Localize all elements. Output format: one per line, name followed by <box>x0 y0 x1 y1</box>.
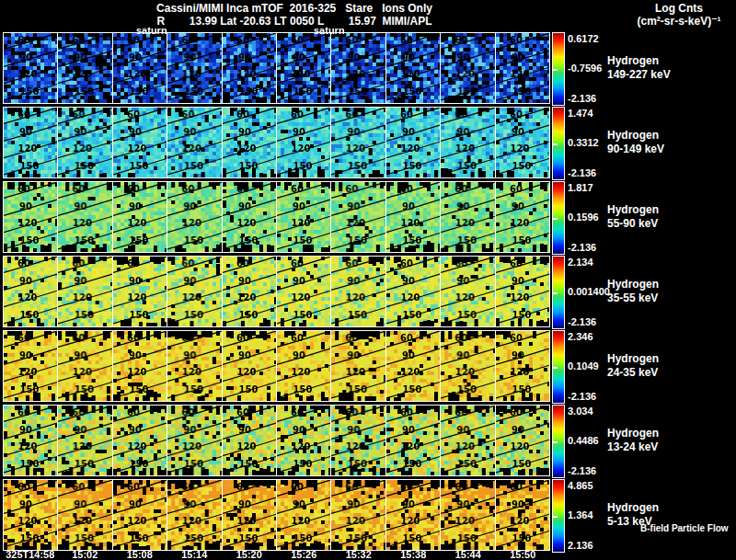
energy-row <box>3 479 550 551</box>
panel-strip <box>3 256 550 327</box>
heatmap-panel <box>58 406 112 475</box>
heatmap-panel <box>4 257 58 326</box>
heatmap-canvas <box>58 108 111 177</box>
heatmap-canvas <box>113 257 167 326</box>
energy-range: 90-149 keV <box>607 143 664 156</box>
heatmap-panel <box>4 33 58 103</box>
heatmap-panel <box>223 257 277 326</box>
heatmap-panel <box>331 406 385 475</box>
heatmap-canvas <box>496 33 549 103</box>
heatmap-panel <box>58 331 112 401</box>
colorbar-min-value: -2.136 <box>568 391 596 402</box>
heatmap-canvas <box>58 257 111 326</box>
heatmap-panel <box>496 406 549 475</box>
heatmap-panel <box>441 33 495 103</box>
heatmap-panel <box>277 331 331 401</box>
colorbar-max-value: 0.6172 <box>568 33 599 44</box>
heatmap-panel <box>386 331 441 401</box>
heatmap-canvas <box>277 480 330 550</box>
colorbar-min-value: -2.136 <box>568 465 596 476</box>
heatmap-canvas <box>277 33 330 103</box>
heatmap-canvas <box>167 406 221 475</box>
bfield-particle-flow-note: B-field Particle Flow <box>640 523 729 533</box>
channel-label: Hydrogen24-35 keV <box>607 352 659 380</box>
colorbar-mid-tick <box>553 516 558 518</box>
heatmap-panel <box>58 108 112 177</box>
heatmap-canvas <box>441 33 494 103</box>
heatmap-panel <box>58 480 112 550</box>
heatmap-panel <box>167 33 222 103</box>
colorbar-max-value: 1.474 <box>568 108 593 119</box>
colorbar-min-value: -2.136 <box>568 242 596 253</box>
colorbar-mid-tick <box>553 218 558 220</box>
heatmap-panel <box>386 182 441 252</box>
heatmap-canvas <box>496 480 549 550</box>
colorbar-title: Log Cnts <box>624 2 734 15</box>
heatmap-panel <box>441 182 495 252</box>
energy-range: 24-35 keV <box>607 366 659 380</box>
heatmap-canvas <box>223 108 276 177</box>
heatmap-canvas <box>441 331 494 401</box>
time-tick-label: 15:14 <box>181 549 207 560</box>
colorbar-mid-value: 0.001400 <box>568 286 610 297</box>
heatmap-panel <box>441 406 495 475</box>
heatmap-canvas <box>4 257 57 326</box>
heatmap-canvas <box>496 182 549 252</box>
heatmap-panel <box>167 480 222 550</box>
colorbar-mid-tick <box>553 292 558 294</box>
heatmap-canvas <box>386 257 440 326</box>
heatmap-panel <box>441 331 495 401</box>
energy-range: 35-55 keV <box>607 291 659 305</box>
heatmap-panel <box>58 182 112 252</box>
heatmap-canvas <box>331 406 385 475</box>
colorbar-mid-tick <box>553 367 558 369</box>
heatmap-canvas <box>4 108 57 177</box>
channel-label: Hydrogen35-55 keV <box>607 278 659 305</box>
time-tick-label: 325T14:58 <box>6 549 54 560</box>
colorbar <box>552 405 565 478</box>
heatmap-panel <box>277 480 331 550</box>
heatmap-panel <box>277 406 331 475</box>
heatmap-canvas <box>113 108 167 177</box>
colorbar-min-value: -2.136 <box>568 316 596 327</box>
heatmap-canvas <box>167 480 221 550</box>
heatmap-canvas <box>386 108 440 177</box>
heatmap-canvas <box>113 331 167 401</box>
heatmap-panel <box>386 480 441 550</box>
species-name: Hydrogen <box>607 427 659 440</box>
time-tick-label: 15:08 <box>127 549 153 560</box>
energy-range: 13-24 keV <box>607 440 659 454</box>
heatmap-panel <box>4 182 58 252</box>
heatmap-canvas <box>277 108 330 177</box>
heatmap-panel <box>496 257 549 326</box>
colorbar-mid-value: 0.1049 <box>568 360 599 371</box>
heatmap-panel <box>277 257 331 326</box>
heatmap-canvas <box>113 182 167 252</box>
energy-row <box>3 405 550 476</box>
heatmap-canvas <box>113 480 167 550</box>
heatmap-panel <box>331 480 385 550</box>
heatmap-canvas <box>4 33 57 103</box>
heatmap-canvas <box>386 331 440 401</box>
colorbar-mid-value: 1.364 <box>568 509 593 520</box>
heatmap-canvas <box>113 33 167 103</box>
colorbar-max-value: 2.134 <box>568 257 593 268</box>
heatmap-panel <box>386 406 441 475</box>
heatmap-panel <box>4 108 58 177</box>
heatmap-panel <box>223 406 277 475</box>
time-tick-label: 15:32 <box>346 549 372 560</box>
colorbar-mid-value: 0.3312 <box>568 137 599 148</box>
heatmap-canvas <box>441 480 494 550</box>
heatmap-panel <box>496 480 549 550</box>
heatmap-panel <box>113 33 167 103</box>
colorbar-min-value: 2.136 <box>568 540 593 551</box>
saturn-marker-label: saturn <box>314 25 345 36</box>
heatmap-canvas <box>441 257 494 326</box>
heatmap-canvas <box>167 182 221 252</box>
heatmap-panel <box>58 257 112 326</box>
heatmap-panel <box>167 331 222 401</box>
colorbar-units: (cm²-sr-s-keV)⁻¹ <box>624 15 734 28</box>
heatmap-panel <box>4 406 58 475</box>
colorbar-max-value: 2.346 <box>568 331 593 342</box>
heatmap-canvas <box>331 331 385 401</box>
